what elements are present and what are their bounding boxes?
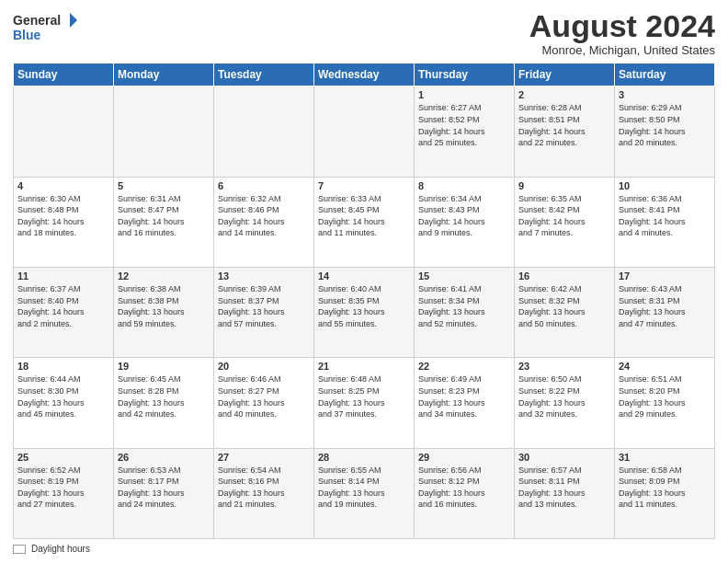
day-number: 30	[518, 452, 610, 463]
cell-3-5: 23Sunrise: 6:50 AM Sunset: 8:22 PM Dayli…	[515, 358, 615, 448]
day-number: 17	[619, 270, 711, 282]
cell-4-4: 29Sunrise: 6:56 AM Sunset: 8:12 PM Dayli…	[415, 448, 515, 538]
day-detail: Sunrise: 6:56 AM Sunset: 8:12 PM Dayligh…	[418, 465, 510, 511]
day-detail: Sunrise: 6:34 AM Sunset: 8:43 PM Dayligh…	[418, 193, 510, 239]
day-detail: Sunrise: 6:40 AM Sunset: 8:35 PM Dayligh…	[318, 283, 410, 329]
cell-2-1: 12Sunrise: 6:38 AM Sunset: 8:38 PM Dayli…	[114, 268, 214, 358]
month-title: August 2024	[529, 9, 715, 43]
logo: General Blue	[13, 9, 77, 46]
day-number: 14	[318, 270, 410, 282]
cell-2-6: 17Sunrise: 6:43 AM Sunset: 8:31 PM Dayli…	[615, 268, 715, 358]
day-number: 20	[218, 361, 310, 372]
svg-text:Blue: Blue	[13, 28, 41, 42]
day-detail: Sunrise: 6:51 AM Sunset: 8:20 PM Dayligh…	[619, 373, 711, 419]
week-row-3: 18Sunrise: 6:44 AM Sunset: 8:30 PM Dayli…	[14, 358, 715, 448]
day-number: 4	[17, 180, 109, 191]
cell-2-2: 13Sunrise: 6:39 AM Sunset: 8:37 PM Dayli…	[214, 268, 314, 358]
cell-1-6: 10Sunrise: 6:36 AM Sunset: 8:41 PM Dayli…	[615, 177, 715, 267]
day-detail: Sunrise: 6:29 AM Sunset: 8:50 PM Dayligh…	[619, 102, 711, 148]
cell-0-6: 3Sunrise: 6:29 AM Sunset: 8:50 PM Daylig…	[615, 86, 715, 177]
day-detail: Sunrise: 6:46 AM Sunset: 8:27 PM Dayligh…	[218, 373, 310, 419]
day-number: 1	[418, 89, 510, 100]
day-number: 23	[518, 361, 610, 372]
day-number: 11	[17, 270, 109, 282]
cell-3-4: 22Sunrise: 6:49 AM Sunset: 8:23 PM Dayli…	[415, 358, 515, 448]
day-number: 29	[418, 452, 510, 463]
cell-0-3	[314, 86, 415, 177]
day-detail: Sunrise: 6:28 AM Sunset: 8:51 PM Dayligh…	[518, 102, 610, 148]
day-detail: Sunrise: 6:36 AM Sunset: 8:41 PM Dayligh…	[619, 193, 711, 239]
col-saturday: Saturday	[615, 63, 715, 86]
cell-0-0	[14, 86, 114, 177]
day-detail: Sunrise: 6:30 AM Sunset: 8:48 PM Dayligh…	[17, 193, 109, 239]
col-thursday: Thursday	[415, 63, 515, 86]
day-detail: Sunrise: 6:42 AM Sunset: 8:32 PM Dayligh…	[518, 283, 610, 329]
cell-1-0: 4Sunrise: 6:30 AM Sunset: 8:48 PM Daylig…	[14, 177, 114, 267]
day-number: 5	[118, 180, 210, 191]
cell-3-1: 19Sunrise: 6:45 AM Sunset: 8:28 PM Dayli…	[114, 358, 214, 448]
col-tuesday: Tuesday	[214, 63, 314, 86]
cell-0-2	[214, 86, 314, 177]
cell-0-5: 2Sunrise: 6:28 AM Sunset: 8:51 PM Daylig…	[515, 86, 615, 177]
location: Monroe, Michigan, United States	[529, 43, 715, 57]
day-detail: Sunrise: 6:37 AM Sunset: 8:40 PM Dayligh…	[17, 283, 109, 329]
cell-0-1	[114, 86, 214, 177]
page-container: General Blue August 2024 Monroe, Michiga…	[0, 0, 728, 563]
week-row-2: 11Sunrise: 6:37 AM Sunset: 8:40 PM Dayli…	[14, 268, 715, 358]
day-number: 22	[418, 361, 510, 372]
day-detail: Sunrise: 6:43 AM Sunset: 8:31 PM Dayligh…	[619, 283, 711, 329]
cell-1-2: 6Sunrise: 6:32 AM Sunset: 8:46 PM Daylig…	[214, 177, 314, 267]
daylight-label: Daylight hours	[31, 544, 90, 554]
week-row-4: 25Sunrise: 6:52 AM Sunset: 8:19 PM Dayli…	[14, 448, 715, 538]
day-number: 12	[118, 270, 210, 282]
logo-svg: General Blue	[13, 9, 77, 46]
day-number: 21	[318, 361, 410, 372]
cell-4-0: 25Sunrise: 6:52 AM Sunset: 8:19 PM Dayli…	[14, 448, 114, 538]
week-row-1: 4Sunrise: 6:30 AM Sunset: 8:48 PM Daylig…	[14, 177, 715, 267]
day-detail: Sunrise: 6:33 AM Sunset: 8:45 PM Dayligh…	[318, 193, 410, 239]
day-number: 28	[318, 452, 410, 463]
header: General Blue August 2024 Monroe, Michiga…	[13, 9, 715, 57]
day-detail: Sunrise: 6:50 AM Sunset: 8:22 PM Dayligh…	[518, 373, 610, 419]
cell-4-6: 31Sunrise: 6:58 AM Sunset: 8:09 PM Dayli…	[615, 448, 715, 538]
day-number: 16	[518, 270, 610, 282]
day-number: 24	[619, 361, 711, 372]
day-detail: Sunrise: 6:31 AM Sunset: 8:47 PM Dayligh…	[118, 193, 210, 239]
day-detail: Sunrise: 6:53 AM Sunset: 8:17 PM Dayligh…	[118, 465, 210, 511]
day-number: 2	[518, 89, 610, 100]
daylight-box	[13, 545, 26, 554]
day-number: 15	[418, 270, 510, 282]
cell-0-4: 1Sunrise: 6:27 AM Sunset: 8:52 PM Daylig…	[415, 86, 515, 177]
day-detail: Sunrise: 6:35 AM Sunset: 8:42 PM Dayligh…	[518, 193, 610, 239]
day-detail: Sunrise: 6:45 AM Sunset: 8:28 PM Dayligh…	[118, 373, 210, 419]
day-number: 7	[318, 180, 410, 191]
cell-4-1: 26Sunrise: 6:53 AM Sunset: 8:17 PM Dayli…	[114, 448, 214, 538]
day-detail: Sunrise: 6:44 AM Sunset: 8:30 PM Dayligh…	[17, 373, 109, 419]
cell-2-0: 11Sunrise: 6:37 AM Sunset: 8:40 PM Dayli…	[14, 268, 114, 358]
day-detail: Sunrise: 6:54 AM Sunset: 8:16 PM Dayligh…	[218, 465, 310, 511]
day-detail: Sunrise: 6:32 AM Sunset: 8:46 PM Dayligh…	[218, 193, 310, 239]
day-number: 10	[619, 180, 711, 191]
cell-3-0: 18Sunrise: 6:44 AM Sunset: 8:30 PM Dayli…	[14, 358, 114, 448]
day-number: 19	[118, 361, 210, 372]
cell-2-3: 14Sunrise: 6:40 AM Sunset: 8:35 PM Dayli…	[314, 268, 415, 358]
cell-1-3: 7Sunrise: 6:33 AM Sunset: 8:45 PM Daylig…	[314, 177, 415, 267]
day-detail: Sunrise: 6:52 AM Sunset: 8:19 PM Dayligh…	[17, 465, 109, 511]
col-friday: Friday	[515, 63, 615, 86]
day-detail: Sunrise: 6:58 AM Sunset: 8:09 PM Dayligh…	[619, 465, 711, 511]
day-detail: Sunrise: 6:39 AM Sunset: 8:37 PM Dayligh…	[218, 283, 310, 329]
cell-1-4: 8Sunrise: 6:34 AM Sunset: 8:43 PM Daylig…	[415, 177, 515, 267]
day-number: 26	[118, 452, 210, 463]
day-number: 9	[518, 180, 610, 191]
week-row-0: 1Sunrise: 6:27 AM Sunset: 8:52 PM Daylig…	[14, 86, 715, 177]
calendar-table: Sunday Monday Tuesday Wednesday Thursday…	[13, 63, 715, 539]
day-detail: Sunrise: 6:49 AM Sunset: 8:23 PM Dayligh…	[418, 373, 510, 419]
footer: Daylight hours	[13, 544, 715, 554]
day-detail: Sunrise: 6:48 AM Sunset: 8:25 PM Dayligh…	[318, 373, 410, 419]
day-number: 18	[17, 361, 109, 372]
day-number: 27	[218, 452, 310, 463]
day-number: 13	[218, 270, 310, 282]
day-detail: Sunrise: 6:57 AM Sunset: 8:11 PM Dayligh…	[518, 465, 610, 511]
day-number: 25	[17, 452, 109, 463]
day-number: 6	[218, 180, 310, 191]
